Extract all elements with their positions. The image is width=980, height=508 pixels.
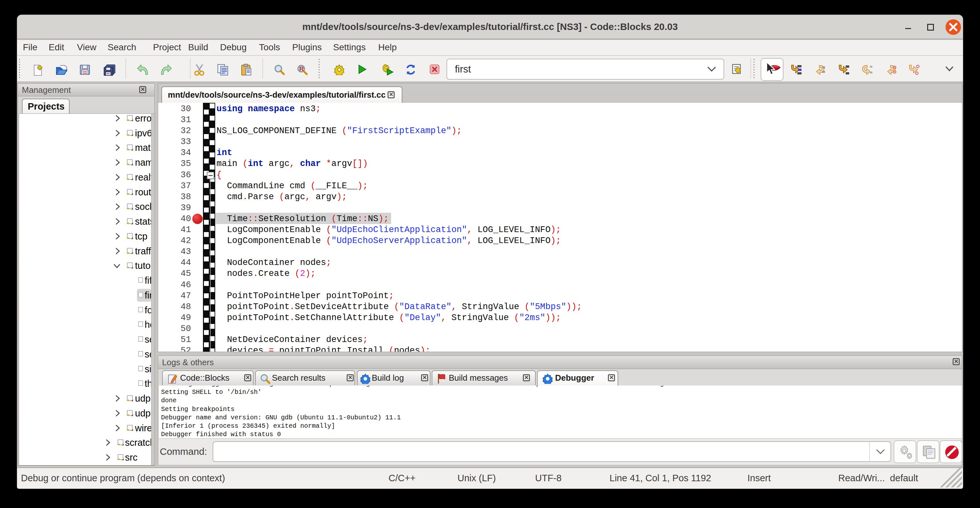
svg-text:R: R (299, 65, 304, 72)
